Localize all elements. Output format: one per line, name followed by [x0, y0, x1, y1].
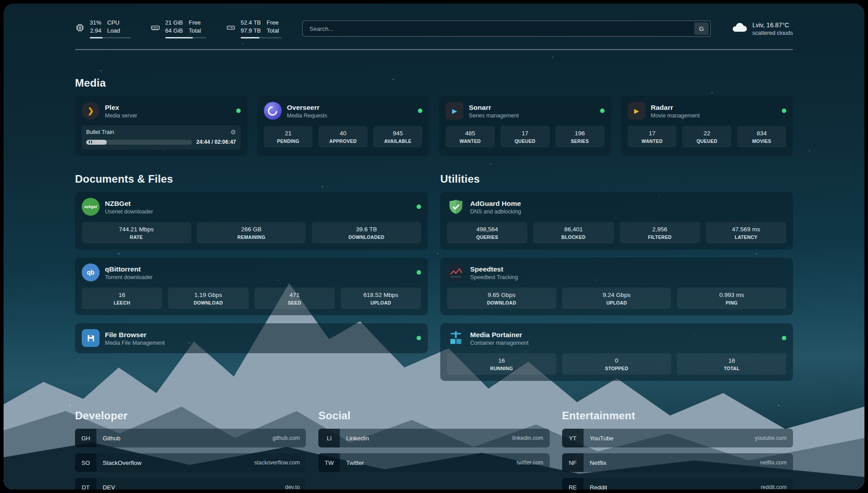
service-card-qbittorrent[interactable]: qb qBittorrent Torrent downloader 16 LEE… [75, 258, 428, 315]
bookmark-abbr: NF [562, 453, 584, 472]
service-card-plex[interactable]: ❯ Plex Media server Bullet Train ⚙ [75, 96, 247, 156]
bookmark-abbr: YT [562, 429, 584, 447]
bookmark-domain: netflix.com [760, 460, 793, 466]
bookmark-domain: github.com [272, 435, 306, 441]
section-media: Media ❯ Plex Media server Bullet Tr [75, 77, 793, 156]
status-dot [417, 270, 421, 275]
now-playing-title: Bullet Train [86, 129, 114, 135]
stat-label: DOWNLOADED [313, 234, 419, 240]
stat-value: 744.21 Mbps [83, 226, 189, 233]
bookmark-group-entertainment: Entertainment YT YouTube youtube.com NF … [562, 409, 793, 489]
stat-tile: 834 MOVIES [737, 126, 786, 147]
status-dot [417, 336, 421, 340]
bookmark-name: LinkedIn [340, 435, 369, 442]
stat-value: 16 [449, 357, 555, 364]
service-card-portainer[interactable]: Media Portainer Container management 16 … [440, 323, 793, 381]
service-name: Plex [105, 103, 137, 112]
memory-free-value: 21 GiB [165, 19, 183, 27]
playback-progress-bar[interactable] [86, 140, 192, 145]
status-dot [782, 109, 786, 113]
status-dot [600, 109, 605, 113]
section-title-documents: Documents & Files [75, 173, 428, 185]
stat-tile: 0.993 ms PING [677, 288, 786, 309]
service-card-sonarr[interactable]: ▶ Sonarr Series management 485 WANTED [439, 96, 611, 156]
stat-tile: 39.6 TB DOWNLOADED [312, 222, 421, 243]
stat-label: AVAILABLE [375, 138, 421, 144]
speedtest-icon [447, 263, 465, 281]
service-name: AdGuard Home [470, 199, 521, 208]
stat-label: BLOCKED [535, 234, 612, 240]
stat-tile: 9.65 Gbps DOWNLOAD [447, 288, 556, 309]
stat-value: 17 [630, 130, 675, 137]
stat-value: 0 [564, 357, 670, 364]
bookmark-domain: reddit.com [761, 484, 793, 489]
stat-label: APPROVED [320, 138, 366, 144]
stat-value: 17 [502, 130, 548, 137]
stat-label: WANTED [447, 138, 493, 144]
service-name: qBittorrent [105, 265, 153, 273]
bookmark-github[interactable]: GH Github github.com [75, 429, 306, 447]
bookmark-name: YouTube [584, 435, 613, 442]
service-description: Container management [470, 340, 529, 346]
bookmark-twitter[interactable]: TW Twitter twitter.com [318, 453, 549, 472]
cpu-load-value: 2.94 [90, 27, 101, 35]
bookmark-name: Reddit [584, 484, 607, 489]
bookmark-youtube[interactable]: YT YouTube youtube.com [562, 429, 793, 447]
stat-tile: 744.21 Mbps RATE [82, 222, 191, 243]
stat-tile: 86,401 BLOCKED [533, 222, 613, 243]
bookmark-group-social: Social LI LinkedIn linkedin.com TW Twitt… [318, 409, 549, 472]
stat-label: STOPPED [564, 366, 670, 371]
stat-label: QUEUED [684, 138, 730, 144]
stat-label: RUNNING [449, 366, 555, 371]
pause-icon[interactable] [89, 141, 92, 143]
header-divider [75, 49, 793, 50]
disk-icon [226, 23, 236, 34]
bookmark-name: Twitter [340, 460, 364, 466]
search-input[interactable] [309, 25, 694, 33]
bookmark-linkedin[interactable]: LI LinkedIn linkedin.com [318, 429, 549, 447]
stat-tile: 1.19 Gbps DOWNLOAD [168, 288, 248, 309]
stat-label: FILTERED [622, 234, 698, 240]
bookmark-abbr: LI [318, 429, 340, 447]
stat-tile: 266 GB REMAINING [197, 222, 306, 243]
memory-widget: 21 GiB 64 GiB Free Total [150, 19, 206, 38]
bookmark-abbr: GH [75, 429, 96, 447]
service-card-adguard[interactable]: AdGuard Home DNS and adblocking 498,564 … [440, 192, 793, 250]
radarr-icon: ▶ [628, 102, 646, 120]
service-name: Sonarr [469, 103, 519, 112]
stat-label: WANTED [630, 138, 675, 144]
search-provider-button[interactable]: G [694, 22, 709, 35]
service-card-speedtest[interactable]: Speedtest Speedtest Tracking 9.65 Gbps D… [440, 258, 793, 315]
stat-label: PENDING [266, 138, 311, 144]
bookmark-domain: linkedin.com [512, 435, 549, 441]
service-card-radarr[interactable]: ▶ Radarr Movie management 17 WANTED [621, 96, 793, 156]
service-card-filebrowser[interactable]: File Browser Media File Management [75, 323, 428, 353]
stat-value: 1.19 Gbps [170, 292, 246, 298]
weather-location: Lviv, 16.87°C [752, 21, 793, 30]
overseerr-icon [264, 102, 282, 120]
memory-icon [150, 23, 160, 34]
stat-value: 22 [684, 130, 730, 137]
stat-label: DOWNLOAD [170, 300, 246, 305]
bookmark-dev[interactable]: DT DEV dev.to [75, 478, 306, 489]
service-card-overseerr[interactable]: Overseerr Media Requests 21 PENDING 40 A… [257, 96, 430, 156]
bookmark-netflix[interactable]: NF Netflix netflix.com [562, 453, 793, 472]
stat-value: 834 [739, 130, 785, 137]
stat-value: 21 [266, 130, 311, 137]
disk-usage-bar [241, 37, 282, 38]
cpu-icon [75, 23, 85, 34]
stat-value: 47.569 ms [708, 226, 785, 233]
bookmark-reddit[interactable]: RE Reddit reddit.com [562, 478, 793, 489]
nzbget-icon: nzbget [82, 198, 100, 216]
search-box[interactable]: G [302, 21, 711, 37]
bookmark-name: Github [96, 435, 121, 442]
service-card-nzbget[interactable]: nzbget NZBGet Usenet downloader 744.21 M… [75, 192, 428, 250]
stat-value: 2,956 [622, 226, 698, 233]
settings-gear-icon[interactable]: ⚙ [230, 129, 236, 135]
section-documents: Documents & Files nzbget NZBGet Usenet d… [75, 173, 428, 353]
stat-value: 196 [557, 130, 603, 137]
bookmark-abbr: DT [75, 478, 96, 489]
service-description: Usenet downloader [105, 209, 153, 215]
bookmark-stackoverflow[interactable]: SO StackOverflow stackoverflow.com [75, 453, 306, 472]
stat-value: 498,564 [449, 226, 526, 233]
